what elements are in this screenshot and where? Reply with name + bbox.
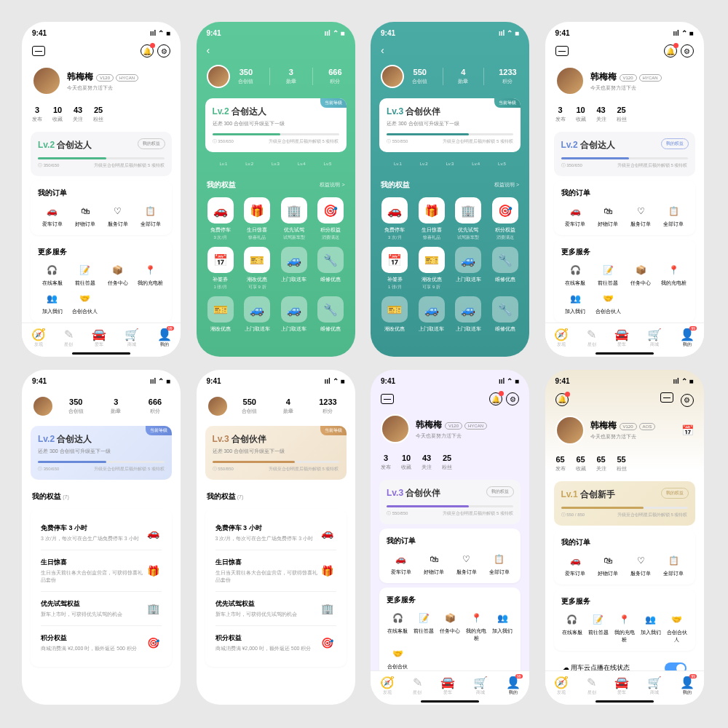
profile-header[interactable]: 韩梅梅V120HYCAN今天也要努力活下去 bbox=[22, 60, 181, 101]
tab-1[interactable]: ✎星创 bbox=[587, 676, 596, 696]
benefit-item[interactable]: 🔧维修优惠 bbox=[315, 247, 347, 290]
stat-item[interactable]: 10收藏 bbox=[401, 454, 411, 471]
stat-item[interactable]: 10收藏 bbox=[52, 106, 63, 123]
benefit-item[interactable]: 🚙上门取送车 bbox=[279, 247, 310, 290]
grid-item[interactable]: 📋全部订单 bbox=[136, 204, 165, 228]
stat-item[interactable]: 65关注 bbox=[596, 455, 606, 472]
grid-item[interactable]: 👥加入我们 bbox=[640, 612, 662, 644]
grid-item[interactable]: 🚗爱车订单 bbox=[387, 552, 415, 576]
grid-item[interactable]: 🛍好物订单 bbox=[71, 204, 99, 228]
stat-item[interactable]: 43关注 bbox=[596, 106, 606, 123]
tab-0[interactable]: 🧭发现 bbox=[31, 328, 46, 348]
tab-1[interactable]: ✎星创 bbox=[413, 676, 422, 696]
stat-item[interactable]: 4勋章 bbox=[458, 68, 468, 85]
tab-3[interactable]: 🛒商城 bbox=[647, 676, 662, 696]
level-card[interactable]: Lv.2 合创达人 我的权益 ⓘ 350/650升级至合创明星后额外解锁 5 项… bbox=[31, 132, 172, 176]
grid-item[interactable]: 🤝合创合伙人 bbox=[594, 291, 622, 315]
grid-item[interactable]: 📍我的充电桩 bbox=[660, 263, 688, 287]
tab-3[interactable]: 🛒商城 bbox=[647, 328, 662, 348]
grid-item[interactable]: 🛍好物订单 bbox=[594, 204, 622, 228]
stat-item[interactable]: 550合创值 bbox=[242, 397, 257, 415]
benefit-item[interactable]: 🎫潮改优惠可享 9 折 bbox=[416, 247, 448, 290]
benefit-item[interactable]: 🎫潮改优惠可享 9 折 bbox=[242, 247, 273, 290]
stat-item[interactable]: 43关注 bbox=[73, 106, 83, 123]
grid-item[interactable]: ♡服务订单 bbox=[627, 204, 655, 228]
grid-item[interactable]: 📝前往答题 bbox=[594, 263, 622, 287]
tab-3[interactable]: 🛒商城 bbox=[124, 328, 139, 348]
benefit-item[interactable]: 🏢优先试驾试驾新车型 bbox=[279, 197, 310, 241]
stat-item[interactable]: 25粉丝 bbox=[93, 106, 103, 123]
grid-item[interactable]: 🤝合创合伙人 bbox=[666, 612, 688, 644]
tab-1[interactable]: ✎星创 bbox=[587, 328, 596, 348]
benefit-item[interactable]: 🎁生日惊喜惊喜礼品 bbox=[416, 197, 448, 241]
benefit-row[interactable]: 免费停车 3 小时3 次/月，每次可在合生广场免费停车 3 小时🚗 bbox=[215, 516, 336, 550]
benefit-item[interactable]: 🚙上门取送车 bbox=[279, 296, 310, 333]
benefit-row[interactable]: 优先试驾权益新车上市时，可获得优先试驾的机会🏢 bbox=[41, 592, 162, 626]
grid-item[interactable]: 🎧在线客服 bbox=[561, 612, 583, 644]
benefit-item[interactable]: 📅补签券1 张/月 bbox=[379, 247, 411, 290]
grid-item[interactable]: 📝前往答题 bbox=[413, 611, 435, 642]
grid-item[interactable]: 📦任务中心 bbox=[439, 611, 461, 642]
tab-0[interactable]: 🧭发现 bbox=[554, 328, 569, 348]
tab-1[interactable]: ✎星创 bbox=[64, 328, 74, 348]
grid-item[interactable]: 🛍好物订单 bbox=[419, 552, 448, 576]
benefit-row[interactable]: 生日惊喜生日当天前往各大合创直营店，可获得惊喜礼品套份🎁 bbox=[215, 550, 336, 592]
calendar-icon[interactable]: 📅 bbox=[681, 424, 694, 436]
benefit-item[interactable]: 🚗免费停车3 次/月 bbox=[379, 197, 411, 241]
benefit-row[interactable]: 积分权益商城消费满 ¥2,000 时，额外返还 500 积分🎯 bbox=[41, 626, 162, 660]
grid-item[interactable]: 📦任务中心 bbox=[103, 263, 132, 287]
benefit-item[interactable]: 🔧维修优惠 bbox=[315, 296, 347, 333]
benefit-row[interactable]: 优先试驾权益新车上市时，可获得优先试驾的机会🏢 bbox=[215, 592, 336, 626]
tab-4[interactable]: 👤99我的 bbox=[680, 676, 695, 696]
benefit-item[interactable]: 📅补签券1 张/月 bbox=[205, 247, 237, 290]
benefits-link[interactable]: 权益说明 > bbox=[320, 181, 344, 189]
tab-0[interactable]: 🧭发现 bbox=[380, 676, 395, 696]
grid-item[interactable]: ♡服务订单 bbox=[103, 204, 132, 228]
stat-item[interactable]: 3勋章 bbox=[286, 68, 296, 85]
benefit-item[interactable]: 🎁生日惊喜惊喜礼品 bbox=[242, 197, 273, 241]
benefit-item[interactable]: 🚙上门取送车 bbox=[242, 296, 273, 333]
benefit-item[interactable]: 🚗免费停车3 次/月 bbox=[205, 197, 237, 241]
stat-item[interactable]: 10收藏 bbox=[576, 106, 586, 123]
grid-item[interactable]: 👥加入我们 bbox=[561, 291, 590, 315]
stat-item[interactable]: 3发布 bbox=[32, 106, 42, 123]
stat-item[interactable]: 350合创值 bbox=[68, 397, 84, 415]
benefit-item[interactable]: 🔧维修优惠 bbox=[490, 296, 521, 333]
stat-item[interactable]: 3发布 bbox=[555, 106, 566, 123]
back-icon[interactable]: ‹ bbox=[207, 44, 210, 56]
tab-2[interactable]: 🚘爱车 bbox=[440, 676, 455, 696]
bell-icon[interactable]: 🔔 bbox=[141, 44, 154, 58]
back-icon[interactable]: ‹ bbox=[381, 44, 384, 56]
benefit-item[interactable]: 🎯积分权益消费满送 bbox=[315, 197, 347, 241]
grid-item[interactable]: 📋全部订单 bbox=[660, 553, 688, 577]
benefit-item[interactable]: 🚙上门取送车 bbox=[453, 296, 484, 333]
grid-item[interactable]: 🎧在线客服 bbox=[387, 611, 408, 642]
stat-item[interactable]: 65收藏 bbox=[576, 455, 586, 472]
grid-item[interactable]: ♡服务订单 bbox=[627, 553, 655, 577]
benefit-item[interactable]: 🚙上门取送车 bbox=[416, 296, 448, 333]
tab-2[interactable]: 🚘爱车 bbox=[614, 328, 629, 348]
grid-item[interactable]: 📋全部订单 bbox=[485, 552, 513, 576]
stat-item[interactable]: 666积分 bbox=[149, 397, 162, 415]
stat-item[interactable]: 1233积分 bbox=[499, 68, 516, 85]
stat-item[interactable]: 350合创值 bbox=[238, 68, 253, 85]
grid-item[interactable]: 🚗爱车订单 bbox=[38, 204, 66, 228]
benefit-row[interactable]: 免费停车 3 小时3 次/月，每次可在合生广场免费停车 3 小时🚗 bbox=[41, 516, 162, 550]
benefit-item[interactable]: 🎫潮改优惠 bbox=[205, 296, 237, 333]
stat-item[interactable]: 25粉丝 bbox=[442, 454, 452, 471]
grid-item[interactable]: 🚗爱车订单 bbox=[561, 204, 590, 228]
grid-item[interactable]: 📍我的充电桩 bbox=[465, 611, 487, 642]
grid-item[interactable]: 🛍好物订单 bbox=[594, 553, 622, 577]
scan-icon[interactable] bbox=[32, 46, 45, 56]
stat-item[interactable]: 25粉丝 bbox=[617, 106, 627, 123]
grid-item[interactable]: 🤝合创合伙人 bbox=[71, 291, 99, 315]
stat-item[interactable]: 43关注 bbox=[422, 454, 432, 471]
grid-item[interactable]: ♡服务订单 bbox=[452, 552, 480, 576]
stat-item[interactable]: 3发布 bbox=[381, 454, 391, 471]
stat-item[interactable]: 4勋章 bbox=[283, 397, 293, 415]
grid-item[interactable]: 🎧在线客服 bbox=[38, 263, 66, 287]
my-benefits-btn[interactable]: 我的权益 bbox=[138, 138, 165, 149]
grid-item[interactable]: 👥加入我们 bbox=[38, 291, 66, 315]
benefit-row[interactable]: 生日惊喜生日当天前往各大合创直营店，可获得惊喜礼品套份🎁 bbox=[41, 550, 162, 592]
stat-item[interactable]: 55粉丝 bbox=[617, 455, 627, 472]
